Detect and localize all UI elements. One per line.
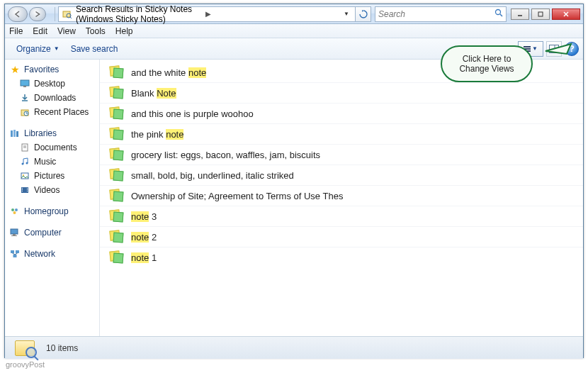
desktop-icon [19,78,30,89]
result-row[interactable]: small, bold, big, underlined, italic str… [100,165,583,185]
sidebar-network[interactable]: Network [5,247,99,261]
address-dropdown-icon[interactable]: ▼ [341,11,352,17]
sidebar-favorites-header[interactable]: ★Favorites [5,62,99,77]
pictures-icon [19,170,30,182]
result-title: grocery list: eggs, bacon, waffles, jam,… [131,150,320,160]
maximize-button[interactable] [531,9,550,20]
sticky-note-icon [110,66,124,79]
result-row[interactable]: note 3 [100,206,583,226]
navigation-pane: ★Favorites Desktop Downloads Recent Plac… [5,60,100,336]
svg-rect-18 [11,130,13,137]
svg-line-4 [500,14,502,16]
breadcrumb-text: Search Results in Sticky Notes (Windows … [76,4,203,24]
refresh-button[interactable] [356,6,371,22]
result-row[interactable]: Ownership of Site; Agreement to Terms of… [100,185,583,206]
sidebar-item-downloads[interactable]: Downloads [5,91,99,105]
svg-rect-39 [13,234,16,235]
result-row[interactable]: the pink note [100,123,583,144]
sidebar-homegroup[interactable]: Homegroup [5,204,99,218]
svg-rect-11 [21,80,29,86]
svg-rect-12 [23,86,26,87]
svg-point-3 [496,10,501,15]
svg-rect-29 [22,188,23,189]
menu-edit[interactable]: Edit [33,26,47,36]
svg-point-24 [22,163,24,165]
result-title: and this one is purple woohoo [131,108,254,119]
svg-rect-20 [16,131,18,137]
svg-rect-30 [22,189,23,190]
svg-rect-26 [21,173,28,179]
nav-buttons [8,6,46,22]
svg-rect-38 [11,229,18,234]
svg-line-2 [70,17,72,18]
downloads-icon [19,92,30,104]
titlebar: Search Results in Sticky Notes (Windows … [5,4,583,24]
chevron-down-icon: ▼ [532,45,538,52]
svg-rect-42 [16,250,19,253]
sticky-note-icon [110,210,124,223]
sidebar-item-pictures[interactable]: Pictures [5,169,99,183]
search-box[interactable] [375,6,507,22]
result-row[interactable]: note 2 [100,226,583,247]
chevron-down-icon: ▼ [54,45,60,52]
svg-rect-19 [13,130,16,137]
sticky-note-icon [110,251,124,264]
svg-rect-32 [27,188,28,189]
sidebar-item-recent-places[interactable]: Recent Places [5,105,99,119]
svg-point-35 [11,208,14,211]
sticky-note-icon [110,169,124,182]
music-icon [19,156,30,167]
result-row[interactable]: grocery list: eggs, bacon, waffles, jam,… [100,144,583,165]
item-count: 10 items [46,343,78,353]
svg-rect-43 [13,255,17,257]
svg-point-25 [26,162,28,165]
menu-tools[interactable]: Tools [86,26,106,36]
chevron-right-icon[interactable]: ▶ [205,10,211,18]
svg-rect-41 [11,250,14,253]
svg-rect-31 [22,191,23,191]
sticky-note-icon [110,189,124,202]
sidebar-computer[interactable]: Computer [5,226,99,240]
forward-button[interactable] [29,7,46,21]
result-title: note 1 [131,252,157,263]
results-pane: and the white noteBlank Noteand this one… [100,60,583,336]
search-icon[interactable] [494,9,503,19]
sidebar-item-music[interactable]: Music [5,155,99,169]
search-input[interactable] [378,9,494,19]
sidebar-item-desktop[interactable]: Desktop [5,77,99,91]
result-title: note 2 [131,232,157,243]
result-row[interactable]: Blank Note [100,82,583,103]
result-title: Ownership of Site; Agreement to Terms of… [131,191,343,201]
result-title: and the white note [131,67,206,78]
sidebar-libraries-header[interactable]: Libraries [5,126,99,140]
result-row[interactable]: and this one is purple woohoo [100,103,583,123]
menu-help[interactable]: Help [115,26,133,36]
sticky-note-icon [110,230,124,243]
menu-view[interactable]: View [57,26,76,36]
body: ★Favorites Desktop Downloads Recent Plac… [5,60,583,336]
sticky-note-icon [110,148,124,161]
libraries-icon [9,128,21,139]
menu-file[interactable]: File [9,26,23,36]
result-row[interactable]: note 1 [100,247,583,267]
svg-rect-34 [27,191,28,191]
sidebar-item-videos[interactable]: Videos [5,183,99,197]
sidebar-item-documents[interactable]: Documents [5,140,99,155]
result-title: the pink note [131,129,183,140]
result-list: and the white noteBlank Noteand this one… [100,60,583,270]
sticky-note-icon [110,107,124,120]
svg-rect-40 [11,235,17,236]
back-button[interactable] [8,6,28,22]
svg-rect-6 [538,12,543,16]
svg-rect-33 [27,189,28,190]
network-icon [9,248,21,260]
organize-button[interactable]: Organize ▼ [11,42,65,56]
svg-line-45 [15,253,18,255]
statusbar: 10 items [5,336,583,359]
minimize-button[interactable] [511,9,529,20]
svg-line-44 [13,253,16,255]
address-bar[interactable]: Search Results in Sticky Notes (Windows … [58,6,356,22]
close-button[interactable] [552,9,580,20]
save-search-button[interactable]: Save search [65,42,124,56]
watermark: groovyPost [6,360,45,369]
